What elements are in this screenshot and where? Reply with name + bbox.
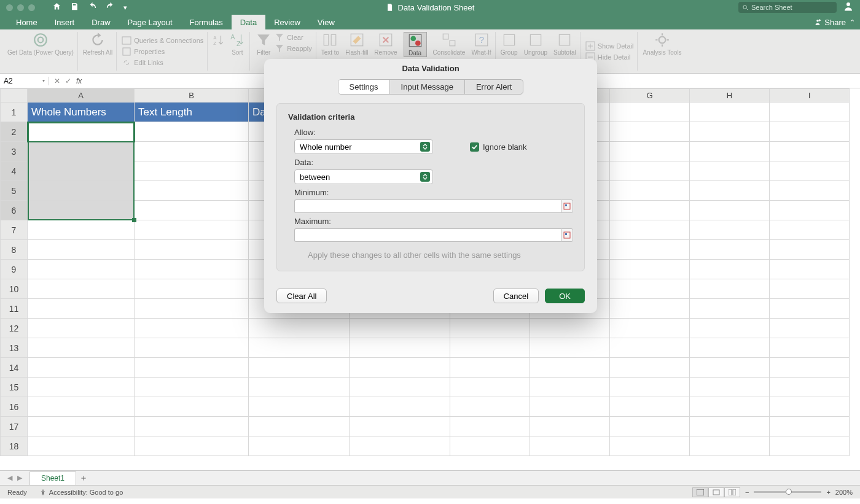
allow-label: Allow: <box>294 128 573 137</box>
chevron-updown-icon <box>420 142 430 152</box>
apply-to-all-checkbox: Apply these changes to all other cells w… <box>294 250 573 260</box>
cancel-button[interactable]: Cancel <box>493 289 539 303</box>
data-validation-dialog: Data Validation Settings Input Message E… <box>264 59 597 313</box>
modal-overlay: Data Validation Settings Input Message E… <box>0 0 860 504</box>
maximum-input[interactable] <box>294 228 561 242</box>
dialog-tabs: Settings Input Message Error Alert <box>276 79 585 95</box>
minimum-label: Minimum: <box>294 188 573 197</box>
clear-all-button[interactable]: Clear All <box>276 289 327 303</box>
svg-rect-34 <box>565 204 567 206</box>
minimum-input[interactable] <box>294 200 561 213</box>
chevron-updown-icon <box>420 172 430 182</box>
ignore-blank-checkbox[interactable]: Ignore blank <box>470 142 527 152</box>
svg-rect-36 <box>565 233 567 235</box>
data-select[interactable]: between <box>294 169 433 184</box>
checkmark-icon <box>470 142 479 152</box>
dialog-tab-settings[interactable]: Settings <box>338 80 390 94</box>
range-picker-icon[interactable] <box>561 200 573 213</box>
dialog-tab-input-message[interactable]: Input Message <box>390 80 465 94</box>
dialog-title: Data Validation <box>264 59 597 79</box>
allow-select[interactable]: Whole number <box>294 139 433 154</box>
validation-criteria-heading: Validation criteria <box>288 112 573 122</box>
dialog-tab-error-alert[interactable]: Error Alert <box>465 80 523 94</box>
data-label: Data: <box>294 158 573 167</box>
maximum-label: Maximum: <box>294 217 573 226</box>
ok-button[interactable]: OK <box>545 289 585 303</box>
range-picker-icon[interactable] <box>561 228 573 242</box>
